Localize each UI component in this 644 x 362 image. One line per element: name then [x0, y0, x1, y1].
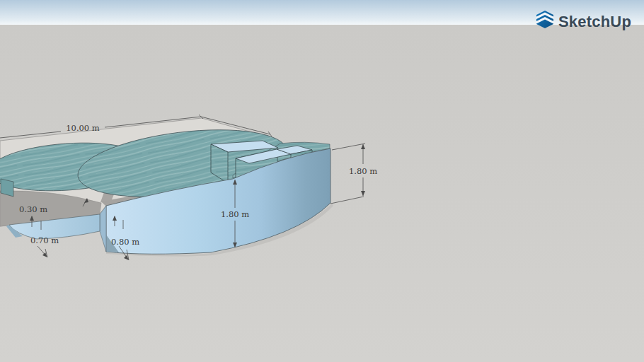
- model-canvas[interactable]: 10.00 m 1.80 m 1.80 m 0.30 m 0.70 m 0.80…: [0, 0, 644, 362]
- brand-wordmark: SketchUp: [558, 13, 631, 30]
- 3d-viewport[interactable]: 10.00 m 1.80 m 1.80 m 0.30 m 0.70 m 0.80…: [0, 0, 644, 362]
- dim-label-shallow-end: 0.70 m: [30, 235, 59, 245]
- dim-label-depth-overall: 1.80 m: [349, 166, 377, 176]
- dim-label-bench-depth: 0.80 m: [111, 237, 139, 247]
- dim-label-deck-thickness: 0.30 m: [19, 204, 47, 214]
- dim-label-overall-width: 10.00 m: [66, 123, 100, 133]
- dim-label-depth-wall: 1.80 m: [221, 209, 249, 219]
